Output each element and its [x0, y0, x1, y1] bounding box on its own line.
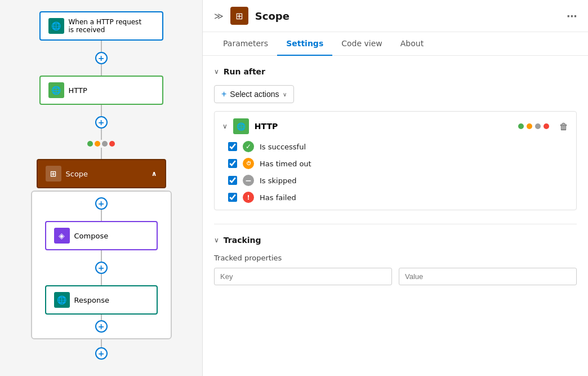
action-dot-green — [518, 123, 524, 129]
action-dot-gray — [535, 123, 541, 129]
http-trigger-label: When a HTTP requestis received — [69, 18, 142, 34]
scope-collapse-btn[interactable]: ∧ — [152, 170, 157, 178]
tab-code-view[interactable]: Code view — [332, 32, 391, 56]
right-panel: ≫ ⊞ Scope ⋯ Parameters Settings Code vie… — [203, 0, 588, 376]
run-after-title: Run after — [224, 67, 265, 76]
condition-has-failed: ! Has failed — [228, 192, 568, 203]
connector-bottom: + — [95, 339, 108, 360]
add-btn-2[interactable]: + — [95, 116, 108, 129]
response-box[interactable]: 🌐 Response — [45, 285, 158, 315]
panel-header: ≫ ⊞ Scope ⋯ — [203, 0, 588, 32]
label-has-timed-out: Has timed out — [260, 160, 311, 168]
tracking-title: Tracking — [224, 236, 261, 245]
label-is-successful: Is successful — [260, 143, 306, 151]
left-panel: 🌐 When a HTTP requestis received + 🌐 HTT… — [0, 0, 203, 376]
action-delete-btn[interactable]: 🗑 — [559, 121, 568, 132]
action-icon: 🌐 — [233, 118, 249, 134]
panel-more-btn[interactable]: ⋯ — [567, 10, 577, 22]
line-scope-2 — [101, 250, 102, 262]
status-dot-gray — [102, 141, 108, 147]
panel-scope-icon: ⊞ — [230, 7, 248, 25]
compose-icon: ◈ — [54, 228, 70, 244]
section-divider — [214, 224, 577, 224]
http-action-icon: 🌐 — [48, 82, 64, 98]
icon-failed: ! — [243, 192, 254, 203]
add-btn-scope-1[interactable]: + — [95, 197, 108, 210]
http-trigger-box[interactable]: 🌐 When a HTTP requestis received — [39, 11, 163, 41]
condition-is-successful: ✓ Is successful — [228, 141, 568, 152]
action-name: HTTP — [255, 122, 278, 131]
line-bottom — [101, 339, 102, 347]
add-btn-scope-2[interactable]: + — [95, 262, 108, 274]
run-after-header[interactable]: ∨ Run after — [214, 67, 577, 76]
status-dot-orange — [95, 141, 100, 147]
select-actions-chevron: ∨ — [283, 91, 287, 98]
tracking-section: ∨ Tracking Tracked properties — [214, 236, 577, 285]
connector-scope-3: + — [95, 315, 108, 333]
line-scope-1 — [101, 210, 102, 221]
compose-label: Compose — [74, 232, 109, 240]
tab-settings[interactable]: Settings — [277, 32, 332, 56]
tracked-props-label: Tracked properties — [214, 254, 577, 262]
run-after-chevron: ∨ — [214, 68, 219, 76]
http-action-node: 🌐 HTTP — [39, 76, 163, 105]
panel-content: ∨ Run after + Select actions ∨ ∨ 🌐 HTTP — [203, 56, 588, 376]
action-block: ∨ 🌐 HTTP 🗑 ✓ — [214, 111, 577, 210]
run-after-section: ∨ Run after + Select actions ∨ ∨ 🌐 HTTP — [214, 67, 577, 210]
add-btn-bottom[interactable]: + — [95, 347, 108, 360]
scope-icon: ⊞ — [46, 166, 61, 182]
condition-list: ✓ Is successful ⏱ Has timed out − Is ski… — [222, 141, 568, 203]
action-dot-red — [544, 123, 549, 129]
tracked-key-input[interactable] — [214, 268, 392, 285]
action-dot-orange — [527, 123, 532, 129]
scope-box[interactable]: ⊞ Scope ∧ — [37, 159, 166, 188]
line-4 — [101, 129, 102, 140]
condition-has-timed-out: ⏱ Has timed out — [228, 158, 568, 169]
status-dot-green — [87, 141, 93, 147]
connector-scope-1: + — [95, 197, 108, 221]
panel-collapse-btn[interactable]: ≫ — [214, 11, 224, 21]
line-1 — [101, 41, 102, 52]
tab-parameters[interactable]: Parameters — [214, 32, 277, 56]
tracking-header[interactable]: ∨ Tracking — [214, 236, 577, 245]
http-trigger-node: 🌐 When a HTTP requestis received — [39, 11, 163, 41]
panel-title: Scope — [255, 10, 289, 22]
connector-scope-2: + — [95, 250, 108, 285]
icon-success: ✓ — [243, 141, 254, 152]
select-actions-plus: + — [221, 89, 226, 99]
scope-node: ⊞ Scope ∧ + ◈ Compose + — [31, 159, 172, 339]
action-chevron[interactable]: ∨ — [222, 122, 228, 130]
condition-is-skipped: − Is skipped — [228, 175, 568, 186]
add-btn-scope-3[interactable]: + — [95, 320, 108, 333]
connector-1: + — [95, 41, 108, 76]
connector-2: + — [87, 105, 115, 159]
line-2 — [101, 64, 102, 76]
tracked-value-input[interactable] — [399, 268, 577, 285]
line-scope-4 — [101, 315, 102, 320]
select-actions-btn[interactable]: + Select actions ∨ — [214, 85, 294, 103]
http-action-label: HTTP — [69, 86, 87, 95]
tabs-bar: Parameters Settings Code view About — [203, 32, 588, 56]
tab-about[interactable]: About — [391, 32, 433, 56]
http-trigger-icon: 🌐 — [48, 18, 64, 34]
action-status-dots — [518, 123, 549, 129]
add-btn-1[interactable]: + — [95, 52, 108, 64]
scope-wrapper: + ◈ Compose + 🌐 Response — [31, 191, 172, 339]
select-actions-label: Select actions — [230, 90, 279, 99]
label-has-failed: Has failed — [260, 193, 296, 202]
icon-timeout: ⏱ — [243, 158, 254, 169]
tracking-chevron: ∨ — [214, 236, 219, 244]
line-3 — [101, 105, 102, 116]
checkbox-has-failed[interactable] — [228, 193, 237, 202]
checkbox-is-skipped[interactable] — [228, 176, 237, 185]
icon-skipped: − — [243, 175, 254, 186]
checkbox-is-successful[interactable] — [228, 142, 237, 151]
checkbox-has-timed-out[interactable] — [228, 159, 237, 168]
compose-box[interactable]: ◈ Compose — [45, 221, 158, 250]
label-is-skipped: Is skipped — [260, 176, 296, 185]
tracked-inputs-row — [214, 268, 577, 285]
line-scope-3 — [101, 274, 102, 285]
http-action-box[interactable]: 🌐 HTTP — [39, 76, 163, 105]
flow-container: 🌐 When a HTTP requestis received + 🌐 HTT… — [31, 11, 172, 360]
response-label: Response — [74, 296, 109, 304]
